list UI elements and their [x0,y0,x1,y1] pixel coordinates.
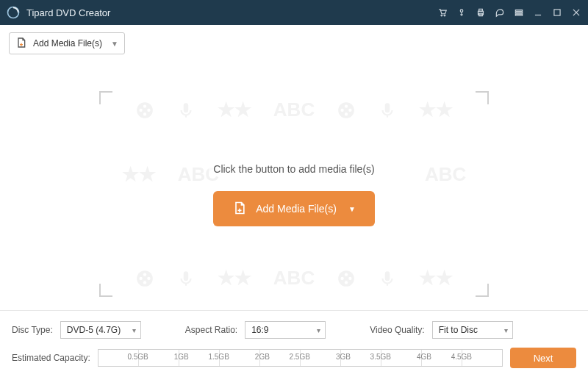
ruler-tick: 3.5GB [341,350,381,366]
capacity-label: Estimated Capacity: [12,353,90,363]
stars-icon: ★★ [419,98,453,121]
svg-point-29 [143,273,146,276]
microphone-icon [378,101,397,120]
svg-point-1 [441,15,442,16]
add-media-button-main[interactable]: Add Media File(s) ▼ [213,191,375,226]
add-file-icon [15,37,27,51]
disc-type-label: Disc Type: [12,325,53,335]
video-quality-select[interactable]: Fit to Disc [432,321,513,339]
ghost-text: ABC [273,267,315,290]
aspect-ratio-value: 16:9 [251,325,268,335]
microphone-icon [378,269,397,288]
svg-rect-33 [184,271,189,281]
svg-rect-9 [515,14,522,15]
cart-icon[interactable] [437,7,448,18]
svg-rect-5 [479,9,483,11]
svg-point-25 [345,112,348,115]
minimize-icon[interactable] [532,7,544,18]
svg-point-32 [139,276,142,279]
ghost-decoration: ★★ ABC ★★ [135,267,453,290]
maximize-icon[interactable] [551,7,563,18]
svg-point-28 [137,270,153,287]
ruler-tick: 4.5GB [422,350,462,366]
titlebar-actions [437,7,582,18]
ruler-tick: 1GB [139,350,179,366]
svg-point-34 [338,270,354,287]
add-media-label: Add Media File(s) [256,203,337,215]
ruler-tick [462,350,502,366]
svg-point-3 [460,10,463,12]
corner-marker [99,91,112,104]
ghost-text: ABC [273,98,315,121]
ghost-text: ABC [425,163,466,186]
svg-point-2 [444,15,445,16]
video-quality-label: Video Quality: [370,325,425,335]
add-file-icon [232,201,247,218]
svg-point-18 [147,108,150,111]
svg-point-35 [345,273,348,276]
ruler-tick: 4GB [381,350,422,366]
svg-point-17 [143,104,146,107]
app-title: Tipard DVD Creator [26,7,437,18]
microphone-icon [176,101,196,120]
svg-point-37 [345,281,348,284]
microphone-icon [176,269,196,288]
film-reel-icon [135,101,154,120]
footer-options: Disc Type: DVD-5 (4.7G) Aspect Ratio: 16… [12,321,576,339]
disc-type-value: DVD-5 (4.7G) [67,325,121,335]
svg-rect-8 [515,12,522,13]
dropzone[interactable]: ★★ ABC ★★ ★★ ABC ABC ★★ ABC ★★ Click the… [129,113,459,275]
menu-icon[interactable] [513,7,525,18]
stars-icon: ★★ [419,267,453,290]
film-reel-icon [135,269,154,288]
stars-icon: ★★ [122,163,156,186]
svg-point-22 [338,102,354,118]
stars-icon: ★★ [218,267,251,290]
svg-point-36 [348,276,351,279]
next-button[interactable]: Next [510,348,576,368]
svg-point-23 [345,104,348,107]
svg-point-38 [341,276,344,279]
svg-rect-27 [385,103,390,112]
aspect-ratio-label: Aspect Ratio: [185,325,237,335]
app-logo-icon [6,5,21,20]
film-reel-icon [337,269,356,288]
ruler-tick: 2.5GB [260,350,301,366]
aspect-ratio-select[interactable]: 16:9 [245,321,326,339]
corner-marker [99,284,112,297]
svg-point-26 [341,108,344,111]
svg-point-30 [147,276,150,279]
film-reel-icon [337,101,356,120]
svg-point-31 [143,281,146,284]
svg-rect-39 [385,271,390,281]
chevron-down-icon: ▼ [348,205,356,213]
close-icon[interactable] [570,7,582,18]
ruler-tick: 3GB [301,350,341,366]
dropzone-prompt: Click the button to add media file(s) [209,162,379,176]
toolbar: Add Media File(s) ▼ [0,25,588,62]
svg-point-16 [137,102,153,118]
register-icon[interactable] [456,7,467,18]
footer: Disc Type: DVD-5 (4.7G) Aspect Ratio: 16… [0,310,588,377]
svg-rect-21 [184,103,189,112]
svg-point-19 [143,112,146,115]
add-media-label: Add Media File(s) [33,38,102,49]
ruler-tick: 2GB [220,350,260,366]
video-quality-value: Fit to Disc [439,325,478,335]
svg-point-20 [139,108,142,111]
disc-type-select[interactable]: DVD-5 (4.7G) [60,321,141,339]
titlebar: Tipard DVD Creator [0,0,588,25]
corner-marker [476,91,489,104]
ghost-decoration: ★★ ABC ★★ [135,98,453,121]
corner-marker [476,284,489,297]
ruler-tick: 0.5GB [98,350,139,366]
footer-capacity: Estimated Capacity: 0.5GB1GB1.5GB2GB2.5G… [12,348,576,368]
svg-rect-7 [515,10,522,12]
add-media-button-toolbar[interactable]: Add Media File(s) ▼ [9,32,125,54]
svg-point-24 [348,108,351,111]
ruler-tick: 1.5GB [179,350,220,366]
help-icon[interactable] [494,7,506,18]
print-icon[interactable] [475,7,487,18]
main-content: ★★ ABC ★★ ★★ ABC ABC ★★ ABC ★★ Click the… [0,62,588,326]
capacity-ruler: 0.5GB1GB1.5GB2GB2.5GB3GB3.5GB4GB4.5GB [98,349,503,367]
